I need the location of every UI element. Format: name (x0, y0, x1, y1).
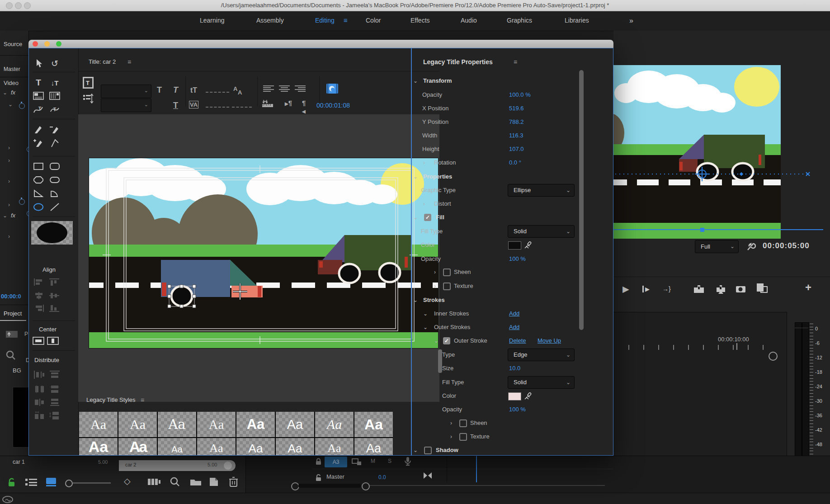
rotation-value[interactable]: 0.0 ° (509, 158, 521, 168)
align-horizontal-left-icon[interactable] (33, 278, 44, 287)
chevron-down-icon[interactable]: ⌄ (423, 322, 428, 332)
y-position-value[interactable]: 788.2 (509, 117, 524, 127)
tab-source-monitor[interactable]: Source (4, 41, 22, 47)
properties-section-row[interactable]: ⌄ Properties (410, 172, 585, 182)
arc-tool[interactable] (48, 188, 61, 199)
search-icon[interactable] (5, 350, 16, 361)
fill-opacity-value[interactable]: 100 % (509, 254, 526, 264)
tab-editing[interactable]: Editing (315, 17, 335, 24)
add-anchor-point-tool[interactable] (32, 137, 45, 149)
distribute-horizontal-right-icon[interactable] (33, 398, 45, 408)
rounded-rectangle-pill-tool[interactable] (48, 174, 61, 186)
outer-stroke-delete-link[interactable]: Delete (509, 336, 526, 346)
master-gain-value[interactable]: 0.0 (378, 474, 386, 480)
panel-menu-icon[interactable]: ≡ (514, 57, 517, 67)
motion-path[interactable] (613, 166, 826, 183)
paragraph-ltr-icon[interactable]: ▶¶ (285, 99, 292, 107)
strokes-section-row[interactable]: ⌄ Strokes (410, 295, 585, 305)
align-vertical-center-icon[interactable] (49, 292, 60, 301)
project-item-thumbnail[interactable] (13, 387, 29, 447)
underline-button[interactable]: T (173, 101, 178, 110)
leading-icon[interactable]: A (233, 85, 237, 92)
styles-panel-menu-icon[interactable]: ≡ (141, 396, 144, 404)
style-swatch[interactable]: Aa (79, 412, 118, 437)
delete-trash-icon[interactable] (229, 476, 239, 487)
master-lock-icon[interactable] (315, 473, 322, 481)
track-mute-button[interactable]: M (371, 458, 375, 464)
button-editor-plus[interactable]: + (805, 281, 811, 294)
chevron-right-icon[interactable]: › (423, 199, 425, 209)
find-icon[interactable] (170, 477, 180, 487)
center-vertical-icon[interactable] (47, 337, 59, 346)
italic-button[interactable]: T (173, 85, 178, 95)
transform-section-row[interactable]: ⌄ Transform (410, 76, 585, 86)
align-text-left-button[interactable] (263, 85, 274, 93)
chevron-down-icon[interactable]: ⌄ (434, 336, 439, 346)
style-swatch[interactable]: Aa (236, 412, 275, 437)
distribute-vertical-top-icon[interactable] (49, 370, 61, 381)
chevron-right-icon[interactable]: › (434, 281, 436, 291)
comparison-view-button[interactable] (756, 283, 769, 294)
monitor-seek-bar[interactable] (613, 229, 823, 230)
project-item-bg-label[interactable]: BG (13, 367, 21, 374)
chevron-down-icon[interactable]: ⌄ (3, 212, 7, 219)
opacity-value[interactable]: 100.0 % (509, 90, 531, 100)
x-position-value[interactable]: 519.6 (509, 104, 524, 113)
show-title-in-frame-icon[interactable]: T (82, 76, 94, 89)
stroke-color-swatch[interactable] (508, 392, 521, 400)
fill-type-select[interactable]: Solid⌄ (508, 225, 575, 238)
vertical-area-type-tool[interactable] (48, 90, 61, 102)
project-scrollbar[interactable]: car 2 5.00 (119, 460, 236, 471)
timeline-playhead[interactable] (476, 456, 477, 482)
shadow-section-row[interactable]: ⌄ Shadow (410, 445, 585, 455)
kerning-value-field[interactable] (206, 107, 229, 108)
stroke-sheen-checkbox[interactable] (459, 419, 467, 427)
chevron-right-icon[interactable]: › (434, 267, 436, 277)
chevron-down-icon[interactable]: ⌄ (8, 101, 13, 108)
track-a3-target-button[interactable]: A3 (325, 457, 347, 467)
background-video-timecode[interactable]: 00:00:01:08 (316, 102, 350, 109)
distribute-vertical-even-icon[interactable] (49, 411, 61, 421)
style-swatch[interactable]: Aa (158, 438, 196, 455)
selection-tool[interactable] (32, 57, 45, 69)
title-panel-menu-icon[interactable]: ≡ (127, 58, 131, 66)
distribute-horizontal-left-icon[interactable] (33, 370, 45, 381)
distribute-vertical-bottom-icon[interactable] (49, 398, 61, 408)
align-vertical-top-icon[interactable] (49, 278, 60, 287)
tab-editing-menu-icon[interactable]: ≡ (344, 16, 348, 24)
rectangle-tool[interactable] (32, 160, 45, 172)
width-value[interactable]: 116.3 (509, 131, 523, 141)
program-timecode[interactable]: 00:00:05:00 (763, 241, 810, 250)
font-size-icon[interactable]: tT (190, 86, 197, 94)
pen-tool[interactable] (32, 123, 45, 135)
delete-anchor-point-tool[interactable] (48, 123, 61, 135)
style-swatch[interactable]: Aa (118, 438, 157, 455)
export-frame-button[interactable] (736, 285, 746, 293)
chevron-right-icon[interactable]: › (8, 157, 10, 164)
project-item-label[interactable]: car 1 (13, 459, 25, 465)
chevron-down-icon[interactable]: ⌄ (3, 89, 7, 96)
zoom-slider-track[interactable] (73, 482, 111, 484)
chevron-right-icon[interactable]: › (8, 145, 10, 151)
rotation-tool[interactable]: ↺ (48, 57, 61, 69)
graphic-type-select[interactable]: Ellipse⌄ (508, 184, 575, 197)
play-button[interactable]: ▶ (622, 284, 629, 294)
track-lock-icon[interactable] (315, 457, 322, 465)
distribute-vertical-center-icon[interactable] (49, 385, 61, 395)
convert-anchor-point-tool[interactable] (48, 137, 61, 149)
title-drawing-canvas[interactable] (89, 158, 439, 349)
filmstrip-icon[interactable] (147, 478, 161, 486)
font-family-select[interactable]: ⌄ (101, 85, 151, 98)
go-to-out-button[interactable]: →} (662, 285, 671, 292)
chevron-right-icon[interactable]: › (8, 233, 10, 240)
timeline-scrollbar-track[interactable] (298, 484, 361, 488)
kerning-icon[interactable]: VA (189, 101, 198, 108)
roll-crawl-options-icon[interactable] (82, 94, 94, 104)
clipped-corner-rectangle-tool[interactable] (32, 174, 45, 186)
paragraph-rtl-icon[interactable]: ¶▶ (302, 99, 306, 114)
voiceover-mic-icon[interactable] (404, 457, 412, 466)
style-swatch[interactable]: Aa (315, 438, 354, 455)
stroke-size-value[interactable]: 10.0 (509, 363, 520, 373)
type-tool[interactable]: T (32, 77, 45, 89)
style-swatch[interactable]: Aa (197, 438, 236, 455)
